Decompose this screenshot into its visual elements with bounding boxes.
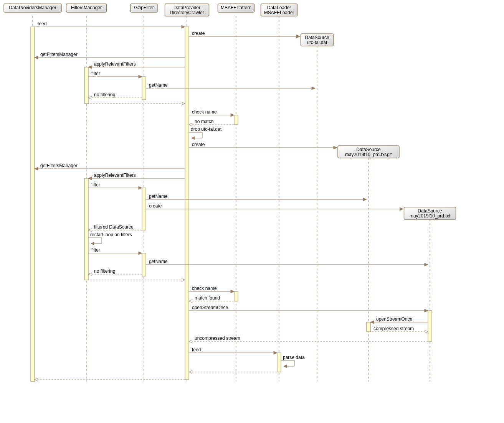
message-label: feed: [38, 21, 46, 26]
message-label: openStreamOnce: [376, 316, 412, 322]
message-label: create: [149, 203, 162, 209]
message-label: match found: [195, 295, 220, 301]
svg-marker-21: [284, 365, 287, 368]
svg-marker-15: [139, 252, 142, 255]
message-label: drop utc-tai.dat: [191, 127, 222, 132]
svg-marker-11: [139, 186, 142, 189]
message-label: check name: [192, 286, 217, 291]
message-label: create: [192, 142, 205, 147]
activation-bar: [185, 27, 189, 380]
svg-marker-10: [88, 177, 92, 180]
participant-label: MSAFEPattern: [221, 5, 251, 10]
self-message: [281, 360, 294, 366]
svg-marker-13: [400, 207, 403, 211]
sequence-diagram: DataProvidersManagerFiltersManagerGzipFi…: [0, 0, 466, 385]
activation-bar: [428, 311, 432, 341]
svg-marker-5: [312, 87, 315, 90]
message-label: getName: [149, 259, 168, 264]
svg-marker-18: [425, 309, 428, 312]
participant-label: DataProvidersManager: [9, 5, 56, 10]
message-label: no filtering: [94, 92, 115, 97]
message-label: applyRelevantFilters: [94, 61, 136, 67]
participant-label: DataProvider: [174, 5, 200, 10]
message-label: filter: [91, 247, 100, 253]
activation-bar: [84, 178, 88, 280]
svg-marker-0: [182, 25, 185, 28]
message-label: applyRelevantFilters: [94, 173, 136, 178]
self-message: [88, 238, 102, 244]
participant-label: GzipFilter: [134, 5, 154, 10]
self-message: [189, 132, 202, 138]
message-label: no match: [195, 119, 213, 124]
message-label: getFiltersManager: [40, 163, 78, 168]
svg-marker-2: [35, 56, 38, 59]
message-label: filter: [91, 182, 100, 188]
message-label: uncompressed stream: [195, 336, 240, 341]
svg-marker-6: [231, 114, 234, 117]
svg-marker-4: [139, 75, 142, 78]
activation-bar: [277, 353, 281, 372]
svg-marker-16: [425, 263, 428, 266]
activation-bar: [31, 27, 35, 382]
svg-marker-1: [297, 35, 300, 38]
message-label: getName: [149, 82, 168, 88]
message-label: openStreamOnce: [192, 305, 228, 310]
message-label: getName: [149, 194, 168, 199]
participant-label: DataLoader: [267, 5, 291, 10]
svg-marker-3: [88, 66, 92, 69]
svg-marker-20: [274, 351, 277, 354]
activation-bar: [367, 322, 370, 332]
svg-marker-12: [363, 198, 367, 201]
message-label: check name: [192, 109, 217, 115]
activation-bar: [142, 253, 146, 276]
svg-marker-17: [231, 290, 234, 293]
activation-bar: [84, 67, 88, 104]
participant-label: MSAFELoader: [264, 10, 294, 15]
message-label: create: [192, 31, 205, 36]
message-label: parse data: [283, 355, 305, 360]
svg-marker-9: [35, 167, 38, 170]
message-label: no filtering: [94, 268, 115, 274]
activation-bar: [234, 115, 238, 125]
message-label: filtered DataSource: [94, 224, 134, 230]
message-label: filter: [91, 71, 100, 76]
svg-marker-8: [334, 146, 337, 149]
participant-label: FiltersManager: [71, 5, 102, 10]
svg-marker-7: [192, 137, 195, 140]
message-label: feed: [192, 347, 201, 352]
participant-label: DataSource: [418, 208, 442, 214]
svg-marker-14: [91, 242, 94, 245]
participant-label: DirectoryCrawler: [170, 10, 204, 15]
svg-marker-19: [370, 321, 374, 324]
participant-label: DataSource: [305, 35, 329, 40]
activation-bar: [142, 188, 146, 230]
activation-bar: [234, 291, 238, 301]
participant-label: DataSource: [356, 147, 381, 152]
participant-label: may2019f10_prd.txt.gz: [345, 152, 392, 157]
participant-label: may2019f10_prd.txt: [410, 213, 451, 219]
message-label: restart loop on filters: [90, 232, 132, 237]
message-label: getFiltersManager: [40, 52, 78, 57]
participant-label: utc-tai.dat: [307, 40, 327, 45]
message-label: compressed stream: [373, 326, 414, 331]
activation-bar: [142, 77, 146, 100]
